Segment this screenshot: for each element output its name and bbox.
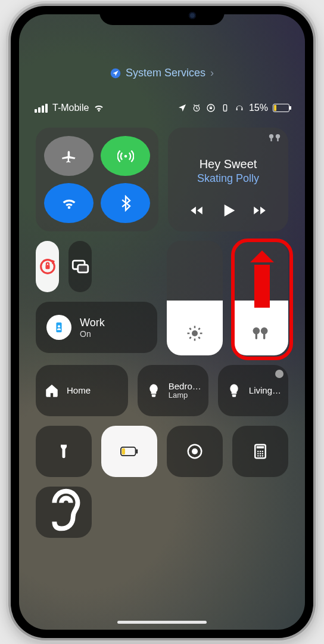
svg-rect-12 (45, 265, 49, 269)
svg-rect-3 (210, 107, 212, 109)
svg-point-32 (257, 453, 259, 455)
antenna-icon (117, 148, 134, 165)
bedroom-lamp-tile[interactable]: Bedro…Lamp (138, 365, 208, 416)
home-label: Home (67, 385, 91, 395)
signal-bars-icon (35, 104, 48, 113)
battery-icon (273, 104, 289, 112)
airpods-icon (251, 324, 269, 342)
screen-record-icon (186, 442, 204, 460)
front-camera (189, 12, 196, 19)
bluetooth-toggle[interactable] (101, 183, 150, 223)
svg-point-31 (262, 451, 264, 453)
chevron-right-icon: › (210, 67, 214, 79)
phone-frame: System Services › T-Mobile 15% (11, 6, 313, 638)
svg-point-37 (262, 455, 264, 457)
focus-label: Work (80, 317, 105, 329)
svg-rect-28 (257, 446, 264, 448)
home-indicator[interactable] (117, 621, 207, 624)
svg-point-33 (260, 453, 261, 455)
media-title: Hey Sweet (175, 157, 281, 171)
battery-low-icon (120, 442, 138, 460)
svg-rect-21 (263, 333, 265, 339)
tile2-label: Bedro… (169, 381, 201, 391)
svg-point-26 (192, 448, 198, 454)
flashlight-button[interactable] (36, 426, 92, 477)
rotation-lock-icon (38, 256, 58, 277)
svg-point-6 (124, 154, 127, 157)
home-icon (44, 383, 60, 398)
location-arrow-icon (110, 68, 121, 79)
svg-point-5 (225, 110, 225, 110)
ear-icon (36, 484, 92, 540)
sun-icon (186, 324, 204, 342)
svg-point-16 (58, 325, 60, 327)
wifi-icon (94, 103, 104, 113)
battery-percent-label: 15% (249, 103, 268, 113)
bluetooth-icon (117, 195, 134, 212)
focus-state: On (80, 329, 105, 339)
screen-mirror-icon (70, 256, 91, 277)
play-button[interactable] (219, 202, 237, 222)
connectivity-card[interactable] (36, 128, 158, 231)
svg-rect-19 (256, 333, 257, 339)
brightness-slider[interactable] (167, 241, 223, 355)
airpods-output-icon (268, 134, 281, 142)
control-center: Hey Sweet Skating Polly (36, 128, 288, 606)
tile2-sub: Lamp (169, 391, 201, 400)
forward-icon (252, 203, 267, 218)
svg-rect-8 (270, 137, 272, 141)
media-artist: Skating Polly (175, 172, 281, 185)
svg-point-30 (260, 451, 261, 453)
hearing-button[interactable] (36, 487, 92, 538)
portrait-icon (220, 103, 230, 113)
living-tile[interactable]: Living… (218, 365, 288, 416)
wifi-icon (61, 195, 77, 212)
svg-point-17 (192, 330, 198, 336)
svg-point-29 (257, 451, 259, 453)
breadcrumb[interactable]: System Services › (19, 67, 305, 79)
screen: System Services › T-Mobile 15% (19, 14, 305, 630)
prev-track-button[interactable] (189, 203, 204, 221)
svg-rect-23 (136, 449, 138, 453)
volume-slider[interactable] (232, 241, 288, 355)
headphones-icon (235, 103, 244, 113)
bulb-icon (226, 383, 242, 398)
low-power-button[interactable] (101, 426, 157, 477)
svg-point-34 (262, 453, 264, 455)
svg-point-36 (260, 455, 261, 457)
rotation-lock-status-icon (206, 103, 216, 113)
flashlight-icon (55, 442, 73, 460)
screen-mirror-button[interactable] (68, 241, 92, 292)
focus-badge (46, 315, 71, 340)
rewind-icon (189, 203, 204, 218)
location-icon (177, 103, 187, 113)
alarm-icon (192, 103, 201, 113)
svg-rect-10 (277, 137, 278, 141)
cellular-data-toggle[interactable] (101, 136, 150, 176)
wifi-toggle[interactable] (44, 183, 94, 223)
notch (99, 6, 225, 25)
carrier-label: T-Mobile (52, 103, 89, 113)
status-bar: T-Mobile 15% (19, 103, 305, 113)
airplane-icon (61, 148, 77, 165)
svg-point-35 (257, 455, 259, 457)
screen-record-button[interactable] (167, 426, 223, 477)
calculator-button[interactable] (232, 426, 288, 477)
breadcrumb-label: System Services (126, 67, 205, 79)
tile3-label: Living… (249, 385, 281, 395)
bulb-icon (146, 383, 161, 398)
svg-rect-14 (77, 265, 88, 273)
orientation-lock-toggle[interactable] (36, 241, 59, 292)
calculator-icon (251, 442, 269, 460)
svg-rect-24 (122, 448, 125, 455)
focus-button[interactable]: Work On (36, 302, 157, 353)
id-badge-icon (52, 321, 66, 334)
home-app-tile[interactable]: Home (36, 365, 128, 416)
media-card[interactable]: Hey Sweet Skating Polly (168, 128, 288, 231)
next-track-button[interactable] (252, 203, 267, 221)
play-icon (219, 202, 237, 219)
airplane-mode-toggle[interactable] (44, 136, 94, 176)
